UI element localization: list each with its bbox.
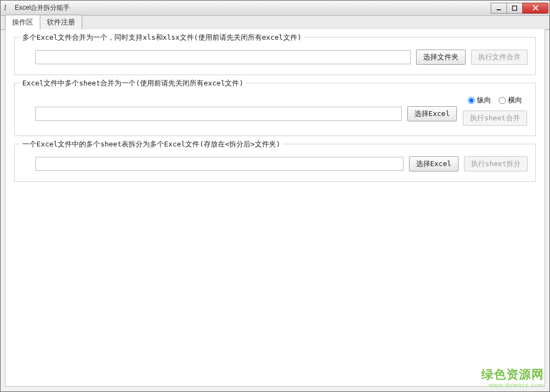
minimize-button[interactable] (491, 3, 507, 14)
select-excel-merge-button[interactable]: 选择Excel (407, 106, 457, 121)
select-excel-split-button[interactable]: 选择Excel (409, 156, 459, 171)
app-window: I Excel合并拆分能手 操作区 软件注册 多个Excel文件合并为一个，同时… (0, 0, 550, 392)
window-title: Excel合并拆分能手 (15, 3, 491, 13)
execute-sheet-split-button[interactable]: 执行sheet拆分 (464, 156, 528, 171)
execute-file-merge-button[interactable]: 执行文件合并 (471, 50, 528, 65)
radio-horizontal-text: 横向 (508, 95, 522, 105)
radio-vertical-text: 纵向 (477, 95, 491, 105)
tab-bar: 操作区 软件注册 (1, 16, 549, 30)
orientation-radio-group: 纵向 横向 (468, 95, 522, 105)
app-icon: I (4, 4, 13, 13)
tab-operate[interactable]: 操作区 (5, 15, 40, 30)
split-sheets-section: 一个Excel文件中的多个sheet表拆分为多个Excel文件(存放在<拆分后>… (14, 144, 536, 182)
svg-rect-1 (512, 6, 517, 10)
merge-files-section: 多个Excel文件合并为一个，同时支持xls和xlsx文件(使用前请先关闭所有e… (14, 37, 536, 75)
radio-vertical-label[interactable]: 纵向 (468, 95, 491, 105)
merge-files-folder-input[interactable] (35, 50, 411, 64)
content-area: 多个Excel文件合并为一个，同时支持xls和xlsx文件(使用前请先关闭所有e… (5, 29, 545, 387)
close-button[interactable] (522, 3, 548, 14)
radio-vertical[interactable] (468, 97, 475, 104)
maximize-button[interactable] (506, 3, 523, 14)
merge-sheets-title: Excel文件中多个sheet合并为一个(使用前请先关闭所有excel文件) (20, 78, 246, 88)
split-sheets-title: 一个Excel文件中的多个sheet表拆分为多个Excel文件(存放在<拆分后>… (20, 139, 283, 149)
window-controls (491, 3, 548, 14)
svg-rect-0 (497, 9, 501, 10)
split-sheets-file-input[interactable] (35, 157, 404, 171)
tab-register[interactable]: 软件注册 (40, 15, 82, 30)
execute-sheet-merge-button[interactable]: 执行sheet合并 (463, 111, 527, 126)
radio-horizontal[interactable] (499, 97, 506, 104)
merge-sheets-file-input[interactable] (35, 107, 402, 121)
merge-files-title: 多个Excel文件合并为一个，同时支持xls和xlsx文件(使用前请先关闭所有e… (20, 33, 304, 42)
titlebar: I Excel合并拆分能手 (1, 1, 549, 16)
radio-horizontal-label[interactable]: 横向 (499, 95, 522, 105)
merge-sheets-section: Excel文件中多个sheet合并为一个(使用前请先关闭所有excel文件) 选… (14, 83, 536, 136)
select-folder-button[interactable]: 选择文件夹 (416, 50, 466, 65)
